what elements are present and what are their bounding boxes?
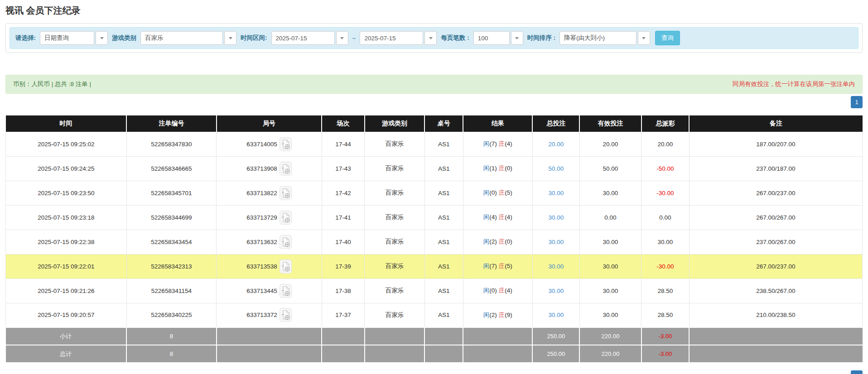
date-from-value[interactable]: 2025-07-15: [271, 31, 335, 45]
game-type-value[interactable]: 百家乐: [140, 31, 223, 45]
table-row: 2025-07-15 09:23:18522658344699633713729…: [6, 205, 863, 230]
column-header-remark: 备注: [689, 115, 862, 132]
cell-table: AS1: [424, 205, 463, 230]
video-replay-button[interactable]: [280, 259, 292, 273]
pagination-page-button[interactable]: 1: [851, 96, 863, 108]
result-player: 闲: [483, 140, 490, 147]
cell-time: 2025-07-15 09:23:18: [6, 205, 127, 230]
video-replay-button[interactable]: [280, 284, 292, 298]
query-type-value[interactable]: 日期查询: [40, 31, 94, 45]
bet-records-table: 时间 注单编号 局号 场次 游戏类别 桌号 结果 总投注 有效投注 总派彩 备注…: [5, 115, 863, 363]
time-sort-select[interactable]: 降幂(由大到小): [559, 31, 650, 45]
filter-bar: 请选择: 日期查询 游戏类别 百家乐 时间区间: 2025-07-15 ~ 20…: [10, 27, 858, 49]
table-row: 2025-07-15 09:25:02522658347830633714005…: [6, 132, 863, 156]
cell-total-bet: 30.00: [532, 230, 579, 254]
page-size-value[interactable]: 100: [473, 31, 510, 45]
pagination-page-button[interactable]: 1: [851, 370, 863, 374]
chevron-down-icon[interactable]: [511, 31, 523, 45]
pagination-top: 1: [5, 96, 863, 108]
cell-remark: 267.00/267.00: [689, 205, 862, 230]
total-empty: [322, 345, 365, 363]
total-bet-link[interactable]: 30.00: [549, 239, 564, 245]
cell-time: 2025-07-15 09:23:50: [6, 181, 127, 205]
round-wrap: 633713729: [246, 211, 292, 225]
time-sort-value[interactable]: 降幂(由大到小): [559, 31, 637, 45]
total-bet-link[interactable]: 30.00: [549, 288, 564, 294]
cell-table: AS1: [424, 230, 463, 254]
search-button[interactable]: 查询: [655, 31, 680, 45]
chevron-down-icon[interactable]: [336, 31, 348, 45]
subtotal-valid-bet: 220.00: [579, 327, 641, 345]
result-banker: 庄: [499, 287, 505, 294]
total-empty: [689, 345, 862, 363]
cell-remark: 237.00/187.00: [689, 156, 862, 181]
video-replay-button[interactable]: [280, 162, 292, 176]
cell-result: 闲(0)庄(4): [463, 278, 532, 303]
video-replay-button[interactable]: [280, 308, 292, 322]
cell-result: 闲(7)庄(5): [463, 254, 532, 278]
cell-remark: 267.00/237.00: [689, 181, 862, 205]
column-header-valid-bet: 有效投注: [579, 115, 641, 132]
total-bet-link[interactable]: 20.00: [549, 141, 564, 148]
table-row: 2025-07-15 09:22:38522658343454633713632…: [6, 230, 863, 254]
cell-bet-id: 522658344699: [126, 205, 217, 230]
time-range-label: 时间区间:: [241, 34, 267, 42]
cell-remark: 267.00/237.00: [689, 254, 862, 278]
cell-remark: 237.00/267.00: [689, 230, 862, 254]
round-number: 633713908: [246, 165, 277, 172]
cell-bet-id: 522658340225: [126, 303, 217, 327]
total-bet-link[interactable]: 30.00: [549, 263, 564, 270]
page-size-select[interactable]: 100: [473, 31, 523, 45]
chevron-down-icon[interactable]: [96, 31, 108, 45]
cell-remark: 210.00/238.50: [689, 303, 862, 327]
video-icon: [280, 137, 292, 151]
video-replay-button[interactable]: [280, 211, 292, 225]
cell-session: 17-41: [322, 205, 365, 230]
total-bet-link[interactable]: 50.00: [549, 165, 564, 172]
result-banker: 庄: [499, 214, 505, 221]
chevron-down-icon[interactable]: [424, 31, 437, 45]
cell-payout: 28.50: [641, 303, 690, 327]
game-type-select[interactable]: 百家乐: [140, 31, 236, 45]
total-bet-link[interactable]: 30.00: [549, 190, 564, 197]
column-header-game: 游戏类别: [365, 115, 424, 132]
cell-result: 闲(2)庄(9): [463, 303, 532, 327]
table-row: 2025-07-15 09:23:50522658345701633713822…: [6, 181, 863, 205]
cell-game: 百家乐: [365, 181, 424, 205]
video-replay-button[interactable]: [280, 137, 292, 151]
chevron-down-icon[interactable]: [224, 31, 236, 45]
subtotal-empty: [463, 327, 532, 345]
cell-total-bet: 30.00: [532, 254, 579, 278]
summary-bar: 币别：人民币 | 总共 :8 注单 | 同局有效投注，统一计算在该局第一张注单内: [5, 75, 863, 94]
total-valid-bet: 220.00: [579, 345, 641, 363]
video-icon: [280, 162, 292, 176]
result-banker: 庄: [499, 238, 505, 245]
cell-valid-bet: 30.00: [579, 181, 641, 205]
video-replay-button[interactable]: [280, 186, 292, 200]
video-icon: [280, 186, 292, 200]
video-replay-button[interactable]: [280, 235, 292, 249]
result-player-count: (2): [489, 312, 497, 318]
cell-table: AS1: [424, 254, 463, 278]
chevron-down-icon[interactable]: [638, 31, 650, 45]
cell-payout: -30.00: [641, 181, 690, 205]
cell-time: 2025-07-15 09:20:57: [6, 303, 127, 327]
cell-game: 百家乐: [365, 230, 424, 254]
query-type-select[interactable]: 日期查询: [40, 31, 108, 45]
caret-icon: [229, 37, 232, 39]
round-wrap: 633713538: [246, 259, 292, 273]
total-bet-link[interactable]: 30.00: [549, 312, 564, 318]
cell-remark: 238.50/267.00: [689, 278, 862, 303]
result-banker-count: (0): [505, 165, 512, 172]
cell-valid-bet: 50.00: [579, 156, 641, 181]
total-bet-link[interactable]: 30.00: [549, 214, 564, 221]
cell-round: 633713822: [217, 181, 322, 205]
date-to-value[interactable]: 2025-07-15: [360, 31, 423, 45]
cell-total-bet: 50.00: [532, 156, 579, 181]
date-to-select[interactable]: 2025-07-15: [360, 31, 437, 45]
date-from-select[interactable]: 2025-07-15: [271, 31, 348, 45]
table-row: 2025-07-15 09:21:26522658341154633713445…: [6, 278, 863, 303]
cell-total-bet: 20.00: [532, 132, 579, 156]
result-banker: 庄: [499, 140, 505, 147]
result-banker-count: (5): [505, 189, 512, 196]
